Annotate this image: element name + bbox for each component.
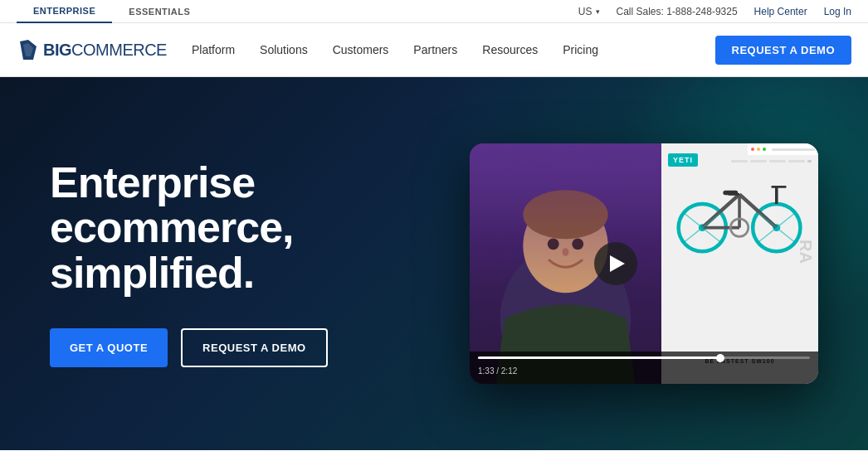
progress-indicator <box>716 354 724 362</box>
video-product-side: YETI <box>661 143 818 384</box>
svg-line-25 <box>758 213 777 228</box>
time-display: 1:33 / 2:12 <box>478 366 517 376</box>
video-player[interactable]: YETI <box>470 143 818 384</box>
login-link[interactable]: Log In <box>824 6 851 17</box>
nav-partners[interactable]: Partners <box>413 43 457 56</box>
help-center-link[interactable]: Help Center <box>754 6 807 17</box>
mini-nav-items <box>661 160 818 162</box>
mini-address-bar <box>772 148 815 151</box>
nav-platform[interactable]: Platform <box>192 43 235 56</box>
svg-line-21 <box>684 213 702 228</box>
locale-arrow-icon: ▾ <box>596 7 600 16</box>
svg-rect-19 <box>724 191 739 195</box>
get-quote-button[interactable]: GET A QUOTE <box>50 328 168 367</box>
video-inner: YETI <box>470 143 818 384</box>
tab-enterprise[interactable]: ENTERPRISE <box>17 0 112 23</box>
svg-line-26 <box>777 213 795 228</box>
bike-image <box>669 168 810 257</box>
hero-section: Enterprise ecommerce, simplified. GET A … <box>0 77 868 450</box>
svg-line-27 <box>758 228 777 243</box>
top-bar: ENTERPRISE ESSENTIALS US ▾ Call Sales: 1… <box>0 0 868 23</box>
window-close-dot <box>751 148 754 151</box>
window-max-dot <box>763 148 766 151</box>
request-demo-button[interactable]: REQUEST A DEMO <box>181 328 328 367</box>
nav-item-3 <box>769 160 786 162</box>
progress-fill <box>478 356 720 359</box>
svg-line-22 <box>703 213 721 228</box>
nav-pricing[interactable]: Pricing <box>563 43 598 56</box>
progress-bar[interactable] <box>478 356 810 359</box>
mini-nav-bar <box>748 143 818 155</box>
nav-links: Platform Solutions Customers Partners Re… <box>192 43 715 56</box>
window-min-dot <box>757 148 760 151</box>
play-icon <box>610 255 625 272</box>
svg-line-28 <box>777 228 795 243</box>
nav-request-demo-button[interactable]: REQUEST A DEMO <box>715 36 852 65</box>
nav-customers[interactable]: Customers <box>333 43 389 56</box>
video-controls: 1:33 / 2:12 <box>470 352 818 384</box>
hero-buttons: GET A QUOTE REQUEST A DEMO <box>50 328 470 367</box>
tab-essentials[interactable]: ESSENTIALS <box>112 0 207 23</box>
nav-item-1 <box>731 160 748 162</box>
locale-selector[interactable]: US ▾ <box>578 6 600 17</box>
main-nav: BIGCOMMERCE Platform Solutions Customers… <box>0 23 868 77</box>
top-bar-right: US ▾ Call Sales: 1-888-248-9325 Help Cen… <box>578 6 851 17</box>
svg-line-24 <box>703 228 721 243</box>
nav-solutions[interactable]: Solutions <box>260 43 308 56</box>
hero-content: Enterprise ecommerce, simplified. GET A … <box>50 160 470 368</box>
logo[interactable]: BIGCOMMERCE <box>17 38 167 61</box>
svg-line-23 <box>684 228 702 243</box>
phone-number: Call Sales: 1-888-248-9325 <box>617 6 738 17</box>
rapid-text: RA <box>796 240 815 264</box>
nav-resources[interactable]: Resources <box>482 43 538 56</box>
logo-icon <box>17 38 40 61</box>
logo-text: BIGCOMMERCE <box>43 41 167 60</box>
nav-item-5 <box>807 160 812 162</box>
hero-title: Enterprise ecommerce, simplified. <box>50 160 470 296</box>
nav-item-4 <box>788 160 805 162</box>
top-bar-tabs: ENTERPRISE ESSENTIALS <box>17 0 207 23</box>
play-button[interactable] <box>594 242 637 285</box>
nav-item-2 <box>750 160 767 162</box>
